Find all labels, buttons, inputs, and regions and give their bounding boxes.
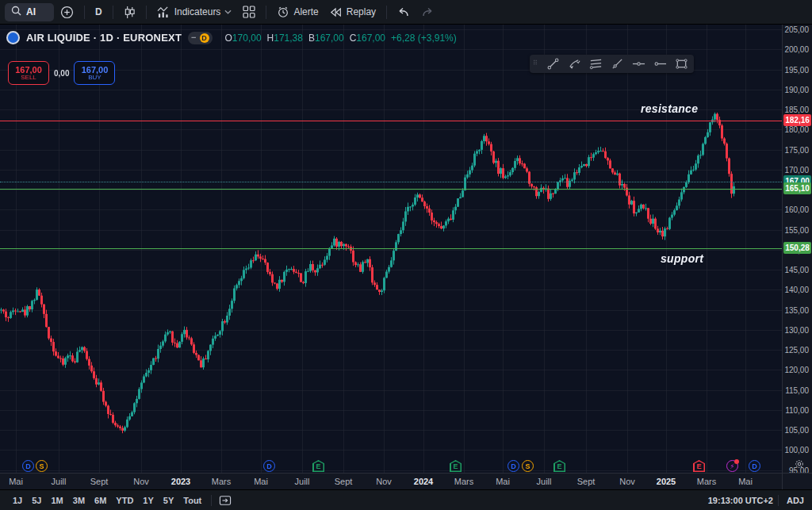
horizontal-ray-tool[interactable] [650,56,669,71]
grid-layout-icon [243,6,255,18]
event-marker-icon[interactable]: ⚡ [726,460,738,472]
price-axis[interactable]: 205,00200,00195,00190,00185,00180,00175,… [782,25,812,473]
time-label[interactable]: Mai [738,477,753,486]
add-symbol-button[interactable] [56,2,79,22]
support-mid-line[interactable] [0,189,782,190]
time-label[interactable]: Mars [212,477,231,486]
clock[interactable]: 19:13:00 UTC+2 [708,496,773,505]
indicator-templates-button[interactable] [238,2,260,22]
chevron-down-icon [224,10,232,14]
price-tick[interactable]: 125,00 [784,346,809,355]
price-tick[interactable]: 160,00 [784,205,809,214]
price-tick[interactable]: 110,00 [785,406,809,415]
price-tick[interactable]: 195,00 [784,66,809,75]
sell-button[interactable]: 167,00 SELL [8,61,49,85]
event-marker-icon[interactable]: S [522,460,534,472]
price-tick[interactable]: 105,00 [784,426,809,435]
resistance-label[interactable]: resistance [641,102,698,115]
range-button-1y[interactable]: 1Y [138,494,158,507]
price-tick[interactable]: 100,00 [784,446,809,454]
toolbar-divider [386,6,387,19]
price-tick[interactable]: 140,00 [784,286,809,294]
time-label[interactable]: 2023 [171,477,190,486]
symbol-search[interactable]: AI [5,3,54,21]
replay-button[interactable]: Replay [325,2,381,22]
indicators-button[interactable]: Indicateurs [152,2,237,22]
resistance-line[interactable] [0,121,782,121]
time-label[interactable]: Mai [9,477,23,486]
time-label[interactable]: Nov [619,477,635,486]
parallel-channel-tool[interactable] [586,56,605,71]
chart-area[interactable]: resistance support AIR LIQUIDE · 1D · EU… [0,25,782,473]
range-button-tout[interactable]: Tout [178,494,206,507]
trend-line-tool[interactable] [543,56,562,71]
drag-handle-icon[interactable]: ⠿ [533,62,541,66]
range-button-5y[interactable]: 5Y [159,494,178,507]
support-mid-price-badge[interactable]: 165,10 [783,182,811,194]
price-tick[interactable]: 170,00 [784,166,809,174]
event-marker-icon[interactable]: D [263,460,275,472]
time-label[interactable]: Juill [295,477,310,486]
price-tick[interactable]: 120,00 [784,366,809,374]
time-label[interactable]: Mai [496,477,510,486]
time-label[interactable]: 2025 [657,477,676,486]
time-label[interactable]: Sept [335,477,353,486]
range-button-1m[interactable]: 1M [47,494,68,507]
horizontal-line-tool[interactable] [629,56,648,71]
time-label[interactable]: Mars [697,477,716,486]
range-button-5j[interactable]: 5J [27,494,46,507]
event-marker-icon[interactable]: D [749,460,760,472]
time-label[interactable]: Sept [577,477,596,486]
time-label[interactable]: Nov [133,477,149,486]
price-tick[interactable]: 185,00 [784,105,809,114]
price-tick[interactable]: 135,00 [784,306,809,315]
trade-panel: 167,00 SELL 0,00 167,00 BUY [8,61,115,85]
adj-toggle[interactable]: ADJ [787,496,804,505]
range-button-1j[interactable]: 1J [8,494,27,507]
price-tick[interactable]: 190,00 [784,86,809,94]
support-label[interactable]: support [661,252,703,265]
time-axis[interactable]: MaiJuillSeptNov2023MarsMaiJuillSeptNov20… [0,473,782,489]
support-low-price-badge[interactable]: 150,28 [783,242,811,254]
time-label[interactable]: Juill [52,477,67,486]
rectangle-tool[interactable] [672,56,691,71]
change-value: +6,28 (+3,91%) [391,33,457,44]
price-tick[interactable]: 205,00 [784,25,809,34]
chart-type-button[interactable] [119,2,140,22]
range-button-ytd[interactable]: YTD [111,494,138,507]
event-marker-icon[interactable]: S [36,460,48,472]
symbol-header: AIR LIQUIDE · 1D · EURONEXT − D O170,00 … [6,31,457,44]
price-tick[interactable]: 130,00 [784,326,809,335]
last-price-line [0,182,782,182]
price-tick[interactable]: 200,00 [784,45,809,54]
event-marker-icon[interactable]: D [22,460,34,472]
alert-button[interactable]: Alerte [272,2,323,22]
range-button-6m[interactable]: 6M [90,494,111,507]
search-icon [11,6,21,18]
event-marker-icon[interactable]: D [508,460,519,472]
time-label[interactable]: 2024 [414,477,433,486]
ray-tool[interactable] [607,56,626,71]
price-tick[interactable]: 175,00 [784,146,809,155]
undo-button[interactable] [393,2,415,22]
symbol-title[interactable]: AIR LIQUIDE · 1D · EURONEXT [26,32,182,44]
time-label[interactable]: Mars [454,477,473,486]
time-label[interactable]: Nov [376,477,392,486]
brush-tool[interactable] [565,56,584,71]
bottom-toolbar: 1J5J1M3M6MYTD1Y5YTout 19:13:00 UTC+2 ADJ [0,489,812,510]
range-button-3m[interactable]: 3M [68,494,90,507]
price-tick[interactable]: 180,00 [784,125,809,134]
time-label[interactable]: Sept [90,477,109,486]
go-to-date-button[interactable] [216,493,234,508]
support-low-line[interactable] [0,248,782,249]
time-label[interactable]: Juill [537,477,552,486]
buy-button[interactable]: 167,00 BUY [74,61,115,85]
redo-button[interactable] [416,2,439,22]
price-tick[interactable]: 145,00 [784,266,809,274]
interval-pill[interactable]: − D [188,32,212,44]
price-tick[interactable]: 155,00 [784,226,809,235]
time-label[interactable]: Mai [254,477,268,486]
interval-button[interactable]: D [90,2,107,22]
price-tick[interactable]: 115,00 [785,386,809,395]
resistance-price-badge[interactable]: 182,16 [783,114,811,126]
